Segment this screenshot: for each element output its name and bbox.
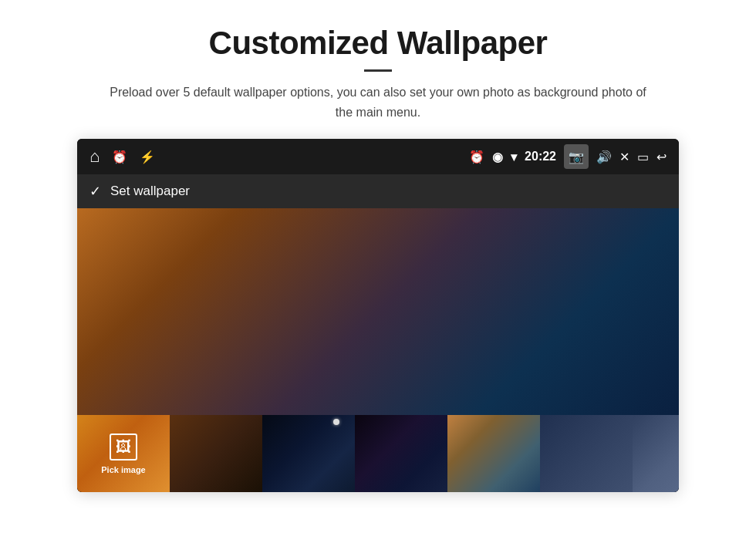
camera-icon-bg: 📷 (564, 144, 589, 169)
wallpaper-thumb-5[interactable] (447, 415, 540, 492)
thumbnail-strip: 🖼 Pick image (77, 415, 679, 492)
close-icon: ✕ (619, 150, 629, 164)
status-left: ⌂ ⏰ ⚡ (89, 147, 155, 167)
page-subtitle: Preload over 5 default wallpaper options… (100, 83, 656, 122)
wallpaper-thumb-7[interactable] (633, 415, 679, 492)
action-bar-title: Set wallpaper (110, 184, 190, 199)
status-right: 📷 🔊 ✕ ▭ ↩ (564, 144, 667, 169)
pick-image-icon: 🖼 (116, 438, 131, 456)
page-title: Customized Wallpaper (46, 25, 710, 62)
alarm-icon: ⏰ (112, 150, 127, 164)
alarm2-icon: ⏰ (469, 150, 484, 164)
action-bar: ✓ Set wallpaper (77, 174, 679, 208)
page-header: Customized Wallpaper Preload over 5 defa… (0, 0, 756, 131)
wallpaper-thumb-2[interactable] (170, 415, 262, 492)
window-icon: ▭ (637, 150, 649, 164)
wallpaper-thumb-4[interactable] (355, 415, 447, 492)
title-divider (364, 69, 392, 72)
status-center: ⏰ ◉ ▾ 20:22 (155, 150, 556, 164)
wifi-icon: ▾ (511, 150, 517, 164)
pick-image-label: Pick image (101, 465, 145, 474)
camera-icon: 📷 (569, 150, 584, 164)
back-icon: ↩ (656, 150, 667, 164)
pick-image-thumb[interactable]: 🖼 Pick image (77, 415, 170, 492)
volume-icon: 🔊 (596, 150, 612, 164)
check-icon: ✓ (89, 183, 101, 200)
status-bar: ⌂ ⏰ ⚡ ⏰ ◉ ▾ 20:22 📷 🔊 ✕ ▭ ↩ (77, 139, 679, 174)
pick-image-frame: 🖼 (110, 433, 137, 460)
home-icon: ⌂ (89, 147, 100, 167)
wallpaper-thumb-6[interactable] (540, 415, 633, 492)
usb-icon: ⚡ (140, 150, 155, 164)
location-icon: ◉ (492, 150, 503, 164)
wallpaper-thumb-3[interactable] (262, 415, 355, 492)
device-frame: ⌂ ⏰ ⚡ ⏰ ◉ ▾ 20:22 📷 🔊 ✕ ▭ ↩ ✓ Set wallpa… (77, 139, 679, 492)
wallpaper-preview (77, 208, 679, 415)
time-display: 20:22 (525, 150, 556, 164)
